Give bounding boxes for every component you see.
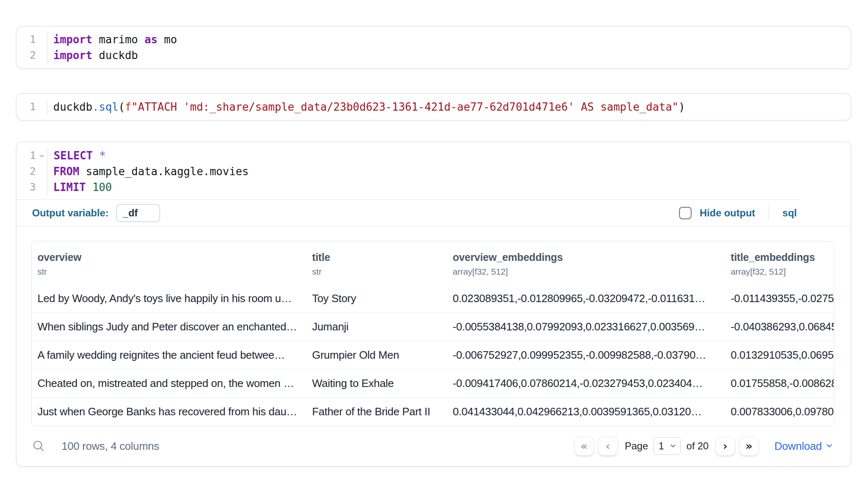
table-cell: 0.041433044,0.042966213,0.0039591365,0.0… [447, 405, 725, 418]
table-cell: 0.023089351,-0.012809965,-0.03209472,-0.… [447, 292, 725, 305]
column-header-overview_embeddings[interactable]: overview_embeddingsarray[f32, 512] [447, 251, 725, 277]
table-row: Just when George Banks has recovered fro… [32, 397, 834, 426]
search-icon [32, 439, 45, 454]
code-editor[interactable]: 1import marimo as mo2import duckdb [17, 27, 851, 68]
fold-chevron-icon[interactable] [36, 148, 47, 164]
divider [769, 206, 769, 220]
pagination: « ‹ Page 1 of 20 › » Download [574, 436, 833, 456]
next-page-button[interactable]: › [715, 436, 735, 456]
line-number-gutter: 1 [17, 148, 48, 164]
previous-page-button[interactable]: ‹ [598, 436, 618, 456]
page-label: Page [625, 440, 648, 452]
output-variable-input[interactable] [116, 204, 160, 222]
output-variable-group: Output variable: [32, 204, 160, 222]
cell-output: overviewstrtitlestroverview_embeddingsar… [17, 226, 851, 426]
code-token: import [53, 49, 92, 62]
code-text: import marimo as mo [47, 32, 177, 47]
column-name: title [312, 251, 447, 263]
line-number: 1 [17, 32, 36, 47]
table-cell: -0.009417406,0.07860214,-0.023279453,0.0… [447, 377, 725, 390]
first-page-button[interactable]: « [574, 436, 594, 456]
table-cell: Jumanji [306, 320, 447, 333]
page-select-value: 1 [659, 440, 664, 452]
search-button[interactable] [32, 439, 45, 454]
code-token: duckdb [92, 49, 138, 62]
code-token [86, 181, 92, 193]
code-text: import duckdb [47, 47, 138, 63]
column-name: overview [37, 251, 306, 263]
code-token: import [53, 33, 92, 46]
code-token: sql [99, 101, 119, 113]
code-token: . [92, 101, 99, 113]
code-text: LIMIT 100 [47, 179, 112, 195]
table-cell: 0.0132910535,0.06958 [725, 349, 834, 362]
line-number: 3 [17, 179, 36, 195]
dataframe-table: overviewstrtitlestroverview_embeddingsar… [31, 241, 834, 426]
table-cell: When siblings Judy and Peter discover an… [32, 320, 306, 333]
code-text: SELECT * [48, 148, 106, 164]
cell-gap [16, 69, 868, 93]
code-token: FROM [53, 165, 79, 178]
code-line: 1duckdb.sql(f"ATTACH 'md:_share/sample_d… [17, 99, 851, 115]
code-text: FROM sample_data.kaggle.movies [47, 164, 249, 179]
code-line: 1SELECT * [17, 148, 801, 164]
code-token: ) [679, 101, 685, 113]
table-cell: -0.040386293,0.068451 [725, 320, 834, 333]
output-variable-label: Output variable: [32, 207, 109, 219]
column-dtype: str [312, 267, 447, 277]
notebook: 1import marimo as mo2import duckdb 1duck… [0, 0, 868, 467]
line-number-gutter: 2 [17, 47, 47, 63]
column-header-title_embeddings[interactable]: title_embeddingsarray[f32, 512] [725, 251, 834, 277]
page-select[interactable]: 1 [653, 437, 681, 455]
hide-output-label[interactable]: Hide output [700, 207, 755, 219]
code-line: 3LIMIT 100 [17, 179, 801, 195]
column-dtype: str [37, 267, 306, 277]
code-token: LIMIT [53, 181, 86, 193]
code-line: 1import marimo as mo [17, 32, 851, 47]
code-token: SELECT [54, 149, 93, 162]
line-number: 1 [17, 148, 36, 164]
hide-output-checkbox[interactable] [679, 207, 692, 219]
table-row: When siblings Judy and Peter discover an… [32, 312, 834, 341]
line-number-gutter: 1 [17, 99, 47, 115]
code-token: marimo [92, 33, 144, 46]
code-token: ( [119, 101, 125, 113]
table-row: Led by Woody, Andy's toys live happily i… [32, 284, 834, 312]
code-cell-attach: 1duckdb.sql(f"ATTACH 'md:_share/sample_d… [16, 93, 851, 121]
code-cell-imports: 1import marimo as mo2import duckdb [16, 26, 851, 69]
download-label: Download [774, 440, 822, 453]
column-header-title[interactable]: titlestr [306, 251, 447, 277]
code-token [93, 149, 99, 162]
row-count-summary: 100 rows, 4 columns [62, 440, 159, 453]
code-token: 100 [92, 181, 112, 193]
line-number-gutter: 2 [17, 164, 47, 179]
line-number: 1 [17, 99, 36, 115]
line-number-gutter: 3 [17, 179, 47, 195]
line-number: 2 [17, 47, 36, 63]
chevron-down-icon [826, 442, 833, 451]
sql-cell-toolbar: Output variable: Hide output sql [17, 200, 851, 226]
column-name: title_embeddings [731, 251, 834, 263]
table-header-row: overviewstrtitlestroverview_embeddingsar… [32, 241, 834, 284]
page-count-label: of 20 [687, 440, 709, 452]
sql-code-editor[interactable]: 1SELECT *2FROM sample_data.kaggle.movies… [17, 142, 801, 200]
language-toggle-sql[interactable]: sql [782, 207, 797, 219]
column-header-overview[interactable]: overviewstr [32, 251, 306, 277]
code-editor[interactable]: 1duckdb.sql(f"ATTACH 'md:_share/sample_d… [17, 94, 851, 120]
code-token: f [125, 101, 131, 113]
table-footer-left: 100 rows, 4 columns [32, 439, 159, 454]
table-cell: 0.007833006,0.097801 [725, 405, 834, 418]
sql-cell: 1SELECT *2FROM sample_data.kaggle.movies… [16, 141, 851, 467]
line-number: 2 [17, 164, 36, 179]
table-body: Led by Woody, Andy's toys live happily i… [32, 284, 834, 426]
table-row: A family wedding reignites the ancient f… [32, 341, 834, 369]
last-page-button[interactable]: » [739, 436, 759, 456]
code-line: 2import duckdb [17, 47, 851, 63]
table-cell: Led by Woody, Andy's toys live happily i… [32, 292, 306, 305]
column-dtype: array[f32, 512] [453, 267, 725, 277]
code-line: 2FROM sample_data.kaggle.movies [17, 164, 801, 179]
download-button[interactable]: Download [774, 440, 833, 453]
table-cell: Cheated on, mistreated and stepped on, t… [32, 377, 306, 390]
code-token: sample_data.kaggle.movies [79, 165, 249, 178]
line-number-gutter: 1 [17, 32, 47, 47]
